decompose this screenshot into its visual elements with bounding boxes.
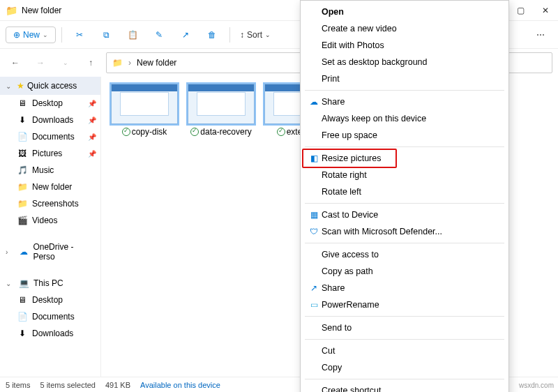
ctx-print[interactable]: Print [301, 70, 508, 87]
sidebar-item-videos[interactable]: 🎬Videos [0, 212, 100, 229]
ctx-share[interactable]: ☁Share [301, 93, 508, 110]
ctx-label: Edit with Photos [322, 40, 496, 50]
file-thumb[interactable]: copy-disk [110, 84, 179, 137]
paste-button[interactable]: 📋 [121, 25, 144, 45]
music-icon: 🎵 [17, 165, 28, 175]
chevron-down-icon: ⌄ [6, 82, 14, 90]
share-icon: ↗ [306, 283, 322, 293]
videos-icon: 🎬 [17, 216, 28, 225]
ctx-create-shortcut[interactable]: Create shortcut [301, 382, 508, 392]
ctx-label: Resize pictures [322, 153, 496, 163]
sidebar-item-label: New folder [32, 182, 72, 192]
sidebar-item-thispc[interactable]: ⌄💻This PC [0, 275, 100, 292]
sidebar-item-label: Desktop [32, 98, 63, 108]
sidebar-item-desktop[interactable]: 🖥Desktop📌 [0, 95, 100, 112]
pc-icon: 💻 [18, 278, 29, 288]
ctx-scan[interactable]: 🛡Scan with Microsoft Defender... [301, 223, 508, 240]
ctx-share-2[interactable]: ↗Share [301, 280, 508, 296]
sidebar-item-documents[interactable]: 📄Documents📌 [0, 128, 100, 145]
star-icon: ★ [17, 81, 24, 91]
window-title: New folder [22, 6, 61, 15]
ctx-label: Create shortcut [322, 386, 496, 392]
context-menu: Open Create a new video Edit with Photos… [300, 0, 509, 392]
sidebar-item-downloads[interactable]: ⬇Downloads📌 [0, 112, 100, 128]
new-label: New [23, 30, 40, 40]
desktop-icon: 🖥 [17, 295, 28, 305]
new-button[interactable]: ⊕ New ⌄ [6, 27, 56, 43]
ctx-copy-path[interactable]: Copy as path [301, 263, 508, 280]
copy-button[interactable]: ⧉ [94, 25, 118, 45]
up-button[interactable]: ↑ [81, 53, 100, 73]
ctx-edit-photos[interactable]: Edit with Photos [301, 37, 508, 54]
chevron-down-icon: ⌄ [6, 280, 14, 287]
sidebar-item-screenshots[interactable]: 📁Screenshots [0, 195, 100, 212]
cut-button[interactable]: ✂ [68, 25, 91, 45]
sidebar-item-pictures[interactable]: 🖼Pictures📌 [0, 145, 100, 162]
downloads-icon: ⬇ [17, 329, 28, 338]
sidebar: ⌄ ★ Quick access 🖥Desktop📌 ⬇Downloads📌 📄… [0, 77, 101, 377]
sidebar-item-label: Screenshots [32, 199, 79, 209]
status-size: 491 KB [105, 381, 130, 389]
more-button[interactable]: ⋯ [529, 25, 552, 45]
ctx-rotate-left[interactable]: Rotate left [301, 183, 508, 200]
rename-button[interactable]: ✎ [147, 25, 171, 45]
ctx-send-to[interactable]: Send to [301, 319, 508, 336]
ctx-label: Cut [322, 346, 496, 356]
sidebar-item-music[interactable]: 🎵Music [0, 162, 100, 179]
ctx-resize-pictures[interactable]: ◧ Resize pictures [301, 150, 508, 167]
status-selected: 5 items selected [40, 381, 95, 389]
file-thumb[interactable]: data-recovery [186, 84, 256, 137]
sidebar-item-label: Documents [32, 132, 75, 142]
folder-icon: 📁 [6, 5, 17, 16]
ctx-label: Open [322, 7, 496, 17]
delete-button[interactable]: 🗑 [200, 25, 224, 45]
sidebar-item-pc-downloads[interactable]: ⬇Downloads [0, 325, 100, 342]
breadcrumb-sep: › [128, 58, 131, 68]
ctx-label: Copy as path [322, 266, 496, 276]
ctx-cut[interactable]: Cut [301, 342, 508, 359]
ctx-create-video[interactable]: Create a new video [301, 20, 508, 37]
pin-icon: 📌 [88, 150, 96, 158]
share-button[interactable]: ↗ [174, 25, 197, 45]
ctx-label: Rotate left [322, 187, 496, 197]
sync-check-icon [277, 128, 285, 136]
status-count: 5 items [6, 381, 30, 389]
shield-icon: 🛡 [306, 227, 322, 236]
sidebar-item-label: Downloads [32, 329, 73, 338]
ctx-give-access[interactable]: Give access to [301, 246, 508, 263]
sidebar-item-newfolder[interactable]: 📁New folder [0, 179, 100, 195]
sidebar-item-pc-documents[interactable]: 📄Documents [0, 308, 100, 325]
back-button[interactable]: ← [6, 53, 25, 73]
maximize-button[interactable]: ▢ [508, 0, 533, 21]
ctx-open[interactable]: Open [301, 3, 508, 20]
ctx-set-background[interactable]: Set as desktop background [301, 54, 508, 70]
sidebar-item-label: Desktop [32, 295, 63, 305]
desktop-icon: 🖥 [17, 98, 28, 108]
sync-check-icon [190, 128, 199, 136]
chevron-down-icon: ⌄ [43, 31, 48, 38]
sidebar-item-label: Downloads [32, 115, 73, 125]
ctx-always-keep[interactable]: Always keep on this device [301, 110, 508, 127]
sidebar-item-onedrive[interactable]: ›☁OneDrive - Perso [0, 239, 100, 265]
downloads-icon: ⬇ [17, 115, 28, 125]
recent-button[interactable]: ⌄ [56, 53, 75, 73]
cloud-icon: ☁ [18, 247, 29, 257]
sort-button[interactable]: ↕ Sort ⌄ [236, 30, 275, 40]
pin-icon: 📌 [88, 133, 96, 141]
ctx-free-up[interactable]: Free up space [301, 127, 508, 144]
ctx-copy[interactable]: Copy [301, 359, 508, 376]
ctx-cast[interactable]: ▦Cast to Device [301, 206, 508, 223]
ctx-label: Print [322, 74, 496, 84]
rename-icon: ▭ [306, 300, 322, 310]
quick-access-header[interactable]: ⌄ ★ Quick access [0, 77, 100, 95]
forward-button[interactable]: → [31, 53, 50, 73]
resize-icon: ◧ [306, 153, 322, 163]
folder-icon: 📁 [112, 58, 123, 68]
ctx-powerrename[interactable]: ▭PowerRename [301, 296, 508, 313]
ctx-rotate-right[interactable]: Rotate right [301, 167, 508, 183]
ctx-label: Scan with Microsoft Defender... [322, 227, 496, 236]
watermark: wsxdn.com [519, 382, 554, 389]
sidebar-item-pc-desktop[interactable]: 🖥Desktop [0, 292, 100, 308]
folder-icon: 📁 [17, 182, 28, 192]
close-button[interactable]: ✕ [533, 0, 558, 21]
